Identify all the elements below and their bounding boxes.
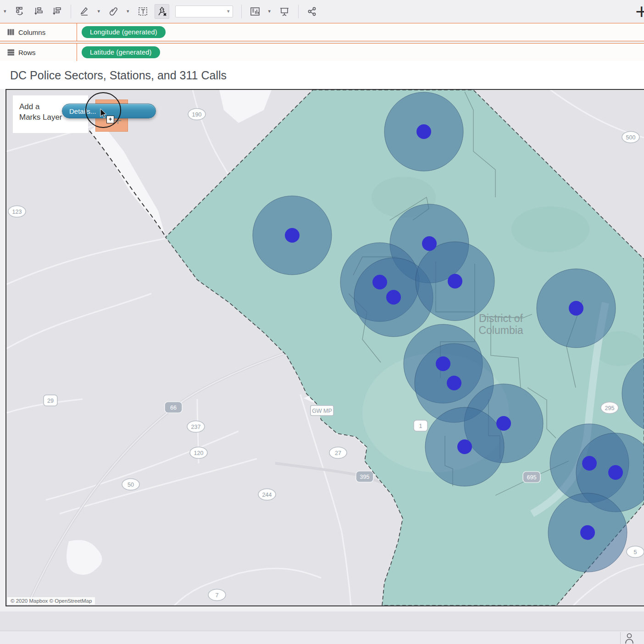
station-dot[interactable] [436,356,450,371]
map-canvas[interactable]: 190500123296623712027GW MP15024439529569… [6,90,644,605]
svg-text:295: 295 [605,405,615,411]
station-dot[interactable] [285,228,300,243]
svg-text:120: 120 [194,450,204,456]
map-attribution: © 2020 Mapbox © OpenStreetMap [7,597,95,605]
fix-axes-icon[interactable] [155,4,169,19]
highlight-pen-icon[interactable] [78,5,92,18]
pill-longitude[interactable]: Longitude (generated) [82,26,166,38]
region-label-line1: District of [479,312,523,324]
fit-selector[interactable]: ▾ [175,6,233,17]
highway-shield: GW MP [311,405,333,416]
station-dot[interactable] [496,416,511,431]
svg-text:500: 500 [626,134,636,141]
svg-text:50: 50 [128,482,134,488]
highway-shield: 500 [622,132,639,143]
highway-shield: 695 [523,472,540,483]
toolbar-separator [241,5,242,18]
station-dot[interactable] [372,275,387,289]
pill-latitude[interactable]: Latitude (generated) [82,46,160,58]
station-dot[interactable] [447,376,461,390]
swap-rows-columns-icon[interactable] [13,5,27,18]
svg-text:GW MP: GW MP [312,408,332,414]
svg-text:66: 66 [170,405,177,411]
svg-text:244: 244 [262,492,272,498]
user-person-icon[interactable] [624,633,636,644]
highway-shield: 66 [165,402,182,413]
highway-shield: 27 [329,447,347,459]
share-icon[interactable] [305,5,319,18]
columns-label-text: Columns [18,28,45,36]
rows-label-text: Rows [18,49,36,56]
highlight-caret-icon[interactable]: ▾ [98,8,100,14]
highway-shield: 29 [44,395,57,406]
highway-shield: 237 [187,421,205,433]
station-dot[interactable] [422,236,437,251]
new-worksheet-plus-icon[interactable]: + [635,3,644,20]
group-paperclip-icon[interactable] [107,5,121,18]
svg-text:27: 27 [335,450,341,456]
presentation-mode-icon[interactable] [278,5,291,18]
highway-shield: 1 [414,420,427,431]
station-dot[interactable] [580,525,595,540]
text-label-icon[interactable] [136,5,150,18]
highway-shield: 7 [208,589,226,601]
rows-shelf[interactable]: Rows Latitude (generated) [0,43,644,61]
bottom-dock-separator [620,632,621,644]
highway-shield: 295 [601,402,618,414]
svg-text:190: 190 [192,111,202,118]
station-dot[interactable] [448,274,462,289]
station-dot[interactable] [457,439,472,454]
region-label-line2: Columbia [478,324,523,336]
svg-text:395: 395 [360,474,370,480]
show-cards-caret-icon[interactable]: ▾ [268,8,271,14]
svg-text:695: 695 [527,474,537,481]
bottom-dock [0,631,644,644]
map-viewport[interactable]: 190500123296623712027GW MP15024439529569… [6,89,644,606]
sheet-title-bar: DC Police Sectors, Stations, and 311 Cal… [0,61,644,89]
svg-text:1: 1 [419,423,422,429]
toolbar-separator [298,5,299,18]
svg-text:5: 5 [634,549,637,555]
toolbar: ▾ ▾ ▾ ▾ ▾ + [0,0,644,22]
columns-shelf[interactable]: Columns Longitude (generated) [0,23,644,41]
highway-shield: 120 [190,447,207,459]
highway-shield: 5 [627,546,644,558]
toolbar-separator [71,5,71,18]
highway-shield: 190 [188,109,205,120]
station-dot[interactable] [416,124,431,139]
svg-text:123: 123 [12,209,22,215]
columns-shelf-label: Columns [0,23,77,41]
highway-shield: 50 [122,479,139,490]
highway-shield: 123 [8,206,26,217]
sort-ascending-icon[interactable] [32,5,45,18]
station-dot[interactable] [608,465,623,480]
highway-shield: 395 [356,471,373,482]
undo-caret-icon[interactable]: ▾ [4,8,6,14]
svg-text:29: 29 [47,398,54,404]
station-dot[interactable] [582,456,597,471]
sort-descending-icon[interactable] [50,5,64,18]
sheet-title: DC Police Sectors, Stations, and 311 Cal… [10,69,227,82]
columns-icon [7,29,14,35]
show-cards-icon[interactable] [249,5,262,18]
group-caret-icon[interactable]: ▾ [127,8,129,14]
station-dot[interactable] [386,290,401,305]
rows-shelf-label: Rows [0,44,77,61]
drag-copy-plus-icon: + [106,116,114,123]
status-bar [0,611,644,631]
svg-text:7: 7 [216,592,219,599]
svg-text:237: 237 [191,424,201,430]
rows-icon [7,49,14,56]
highway-shield: 244 [258,489,276,500]
station-dot[interactable] [569,301,583,316]
tableau-window: { "toolbar": { "undo_caret": "▾", "fit_v… [0,0,644,644]
